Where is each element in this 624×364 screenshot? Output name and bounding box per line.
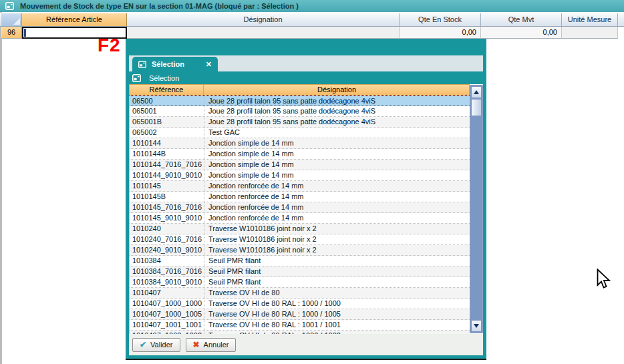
column-header-designation[interactable]: Désignation: [127, 13, 400, 26]
column-header-qte-mvt[interactable]: Qte Mvt: [481, 13, 562, 26]
popup-title: Sélection: [149, 74, 179, 82]
selection-row[interactable]: 1010144Jonction simple de 14 mm: [130, 138, 470, 149]
qte-en-stock-cell[interactable]: 0,00: [400, 27, 481, 39]
popup-tab-bar: Sélection ✕: [129, 55, 483, 71]
selection-row[interactable]: 1010144BJonction simple de 14 mm: [130, 149, 470, 160]
selection-row[interactable]: 1010384_9010_9010Seuil PMR filant: [130, 277, 470, 288]
row-reference: 065002: [130, 128, 204, 138]
row-reference: 065001B: [130, 117, 204, 127]
row-designation: Traverse OV HI de 80 RAL : 1001 / 1001: [204, 320, 470, 330]
selection-row[interactable]: 1010240Traverse W1010186 joint noir x 2: [130, 224, 470, 234]
row-reference: 1010407: [130, 288, 204, 298]
row-reference: 1010145_9010_9010: [130, 213, 204, 223]
row-designation: Seuil PMR filant: [204, 256, 470, 266]
qte-mvt-cell[interactable]: 0,00: [481, 27, 562, 39]
row-designation: Traverse W1010186 joint noir x 2: [204, 224, 470, 234]
column-header-designation[interactable]: Désignation: [204, 85, 469, 95]
scroll-thumb[interactable]: [471, 99, 482, 116]
selection-row[interactable]: 06500Joue 28 profil talon 95 sans patte …: [130, 96, 470, 106]
valider-button[interactable]: ✔ Valider: [132, 338, 180, 352]
column-header-reference[interactable]: Référence: [130, 85, 204, 95]
corner-triangle-icon: [13, 18, 20, 25]
scroll-down-button[interactable]: [471, 320, 482, 332]
row-reference: 1010144: [130, 138, 204, 148]
selection-row[interactable]: 1010407_1000_1000Traverse OV HI de 80 RA…: [130, 299, 470, 309]
select-all-corner-cell[interactable]: [1, 13, 22, 26]
row-designation: Jonction renforcée de 14 mm: [204, 181, 470, 191]
selection-row[interactable]: 1010384Seuil PMR filant: [130, 256, 470, 266]
annuler-label: Annuler: [204, 341, 229, 349]
window-titlebar[interactable]: Mouvement de Stock de type EN sur la sec…: [0, 0, 624, 12]
selection-row[interactable]: 1010407_1001_1001Traverse OV HI de 80 RA…: [130, 320, 470, 331]
popup-titlebar[interactable]: Sélection: [129, 71, 483, 84]
row-reference: 1010145: [130, 181, 204, 191]
cross-icon: ✖: [193, 341, 200, 349]
selection-row[interactable]: 1010144_9010_9010Jonction simple de 14 m…: [130, 170, 470, 181]
row-reference: 06500: [130, 96, 204, 106]
scroll-down-icon: [474, 324, 479, 328]
row-reference: 1010144_9010_9010: [130, 170, 204, 180]
row-designation: Seuil PMR filant: [204, 277, 470, 287]
tab-window-icon: [138, 61, 146, 68]
row-designation: Test GAC: [204, 128, 470, 138]
unite-mesure-cell[interactable]: [562, 27, 618, 39]
selection-table: Référence Désignation 06500Joue 28 profi…: [129, 84, 483, 334]
row-reference: 1010407_1000_1000: [130, 299, 204, 309]
row-designation: Traverse OV HI de 80: [204, 288, 470, 298]
selection-table-header: Référence Désignation: [129, 84, 470, 96]
row-designation: Joue 28 profil talon 95 sans patte dodéc…: [204, 96, 470, 106]
row-designation: Seuil PMR filant: [204, 266, 470, 277]
vertical-scrollbar[interactable]: [470, 85, 483, 333]
selection-row[interactable]: 1010240_9010_9010Traverse W1010186 joint…: [130, 245, 470, 256]
row-reference: 1010407_1000_1005: [130, 309, 204, 319]
selection-row[interactable]: 1010407Traverse OV HI de 80: [130, 288, 470, 299]
selection-row[interactable]: 1010144_7016_7016Jonction simple de 14 m…: [130, 160, 470, 170]
selection-list[interactable]: 06500Joue 28 profil talon 95 sans patte …: [129, 96, 470, 334]
selection-row[interactable]: 1010407_1000_1005Traverse OV HI de 80 RA…: [130, 309, 470, 320]
column-header-qte-en-stock[interactable]: Qte En Stock: [400, 13, 481, 26]
row-reference: 1010240_7016_7016: [130, 234, 204, 244]
window-left-edge: [0, 12, 2, 364]
selection-row[interactable]: 065002Test GAC: [130, 128, 470, 138]
annuler-button[interactable]: ✖ Annuler: [186, 338, 237, 352]
stock-movement-row: 96 0,00 0,00: [0, 27, 624, 39]
selection-row[interactable]: 1010240_7016_7016Traverse W1010186 joint…: [130, 234, 470, 245]
designation-cell[interactable]: [127, 27, 400, 39]
selection-row[interactable]: 065001BJoue 28 profil talon 95 sans patt…: [130, 117, 470, 128]
valider-label: Valider: [150, 341, 172, 349]
f2-annotation: F2: [98, 35, 121, 56]
row-designation: Traverse OV HI de 80 RAL : 1000 / 1005: [204, 309, 470, 319]
row-number-cell[interactable]: 96: [1, 27, 22, 39]
tab-selection[interactable]: Sélection ✕: [132, 57, 218, 71]
column-header-reference-article[interactable]: Référence Article: [22, 13, 127, 26]
row-reference: 1010384_7016_7016: [130, 266, 204, 277]
popup-bottom-edge: [126, 359, 486, 360]
check-icon: ✔: [140, 341, 146, 349]
row-reference: 1010144B: [130, 149, 204, 159]
row-reference: 1010240_9010_9010: [130, 245, 204, 255]
row-designation: Jonction simple de 14 mm: [204, 149, 470, 159]
selection-row[interactable]: 1010145Jonction renforcée de 14 mm: [130, 181, 470, 192]
selection-row[interactable]: 1010145_7016_7016Jonction renforcée de 1…: [130, 202, 470, 213]
window-title: Mouvement de Stock de type EN sur la sec…: [20, 2, 299, 10]
selection-row[interactable]: 065001Joue 28 profil talon 95 sans patte…: [130, 106, 470, 117]
scroll-up-icon: [474, 90, 479, 94]
row-designation: Jonction simple de 14 mm: [204, 170, 470, 180]
column-header-unite-mesure[interactable]: Unité Mesure: [562, 13, 618, 26]
row-reference: 1010384_9010_9010: [130, 277, 204, 287]
application-window: Mouvement de Stock de type EN sur la sec…: [0, 0, 624, 364]
window-icon: [5, 2, 14, 10]
row-reference: 1010145B: [130, 192, 204, 202]
row-designation: Jonction renforcée de 14 mm: [204, 202, 470, 212]
row-designation: Traverse W1010186 joint noir x 2: [204, 245, 470, 255]
row-designation: Jonction renforcée de 14 mm: [204, 192, 470, 202]
selection-row[interactable]: 1010145_9010_9010Jonction renforcée de 1…: [130, 213, 470, 224]
tab-close-icon[interactable]: ✕: [206, 60, 212, 69]
row-designation: Jonction simple de 14 mm: [204, 160, 470, 170]
scroll-up-button[interactable]: [471, 86, 482, 98]
selection-row[interactable]: 1010145BJonction renforcée de 14 mm: [130, 192, 470, 202]
row-reference: 065001: [130, 106, 204, 116]
mouse-cursor: [597, 268, 611, 293]
row-designation: Joue 28 profil talon 95 sans patte dodéc…: [204, 106, 470, 116]
selection-row[interactable]: 1010384_7016_7016Seuil PMR filant: [130, 266, 470, 277]
